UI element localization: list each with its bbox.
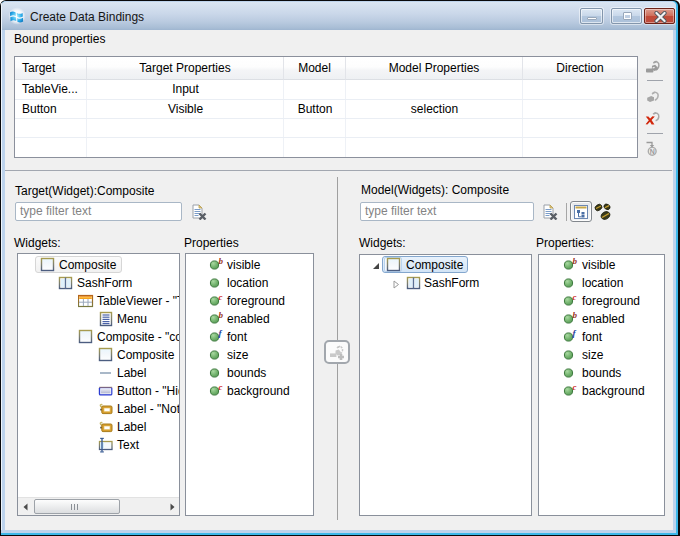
svg-text:b: b — [573, 256, 578, 266]
svg-text:c: c — [219, 382, 223, 392]
svg-text:c: c — [573, 292, 577, 302]
svg-text:b: b — [219, 256, 224, 266]
svg-text:b: b — [573, 310, 578, 320]
svg-text:N: N — [650, 148, 655, 155]
svg-text:f: f — [219, 328, 223, 338]
svg-text:c: c — [219, 292, 223, 302]
svg-text:c: c — [573, 382, 577, 392]
svg-text:b: b — [219, 310, 224, 320]
svg-text:f: f — [573, 328, 577, 338]
